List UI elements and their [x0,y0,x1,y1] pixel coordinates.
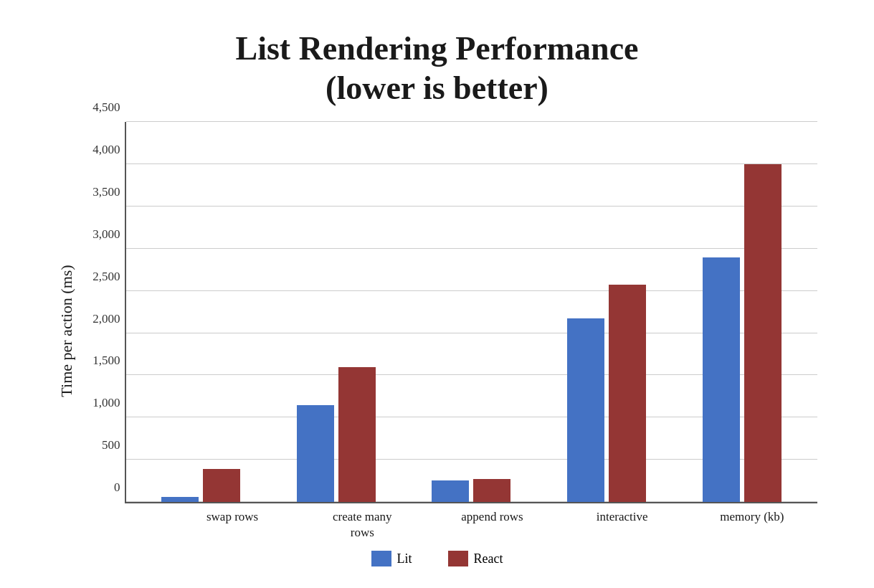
category [268,122,404,501]
plot-area: 4,5004,0003,5003,0002,5002,0001,5001,000… [125,122,817,503]
bar-lit [297,405,334,502]
category [539,122,675,501]
y-axis-label: Time per action (ms) [57,122,76,541]
y-tick-label: 1,500 [92,354,120,368]
bar-react [203,469,240,502]
y-tick-label: 2,500 [92,270,120,284]
category [133,122,269,501]
bar-lit [567,318,604,502]
legend-item: React [448,551,503,566]
y-tick-label: 3,000 [92,227,120,242]
chart-inner: 4,5004,0003,5003,0002,5002,0001,5001,000… [82,122,817,541]
category [404,122,539,501]
legend-label: Lit [397,551,412,566]
title-line2: (lower is better) [326,70,548,106]
category [675,122,810,501]
y-tick-label: 3,500 [92,185,120,199]
x-label: append rows [427,509,557,541]
x-label: swap rows [168,509,298,541]
y-tick-label: 4,500 [92,100,120,115]
title-line1: List Rendering Performance [235,30,638,67]
chart-title: List Rendering Performance (lower is bet… [235,29,638,108]
y-tick-label: 500 [102,438,120,452]
legend-color-swatch [371,551,391,566]
chart-container: List Rendering Performance (lower is bet… [43,14,832,574]
bar-react [473,479,510,502]
legend-label: React [474,551,503,566]
chart-area: Time per action (ms) 4,5004,0003,5003,00… [57,122,817,541]
legend: LitReact [371,551,503,566]
bar-lit [703,257,740,502]
x-label: create many rows [298,509,427,541]
y-tick-label: 1,000 [92,396,120,410]
legend-color-swatch [448,551,468,566]
x-label: memory (kb) [687,509,817,541]
x-label: interactive [557,509,687,541]
legend-item: Lit [371,551,412,566]
bar-react [609,285,646,502]
x-labels: swap rowscreate many rowsappend rowsinte… [168,509,817,541]
bar-lit [432,480,469,501]
bars-group [126,122,817,501]
bar-react [338,367,376,502]
y-tick-label: 2,000 [92,312,120,326]
y-tick-label: 0 [114,480,120,495]
y-tick-label: 4,000 [92,143,120,157]
bar-react [744,164,782,502]
bar-lit [161,497,199,502]
